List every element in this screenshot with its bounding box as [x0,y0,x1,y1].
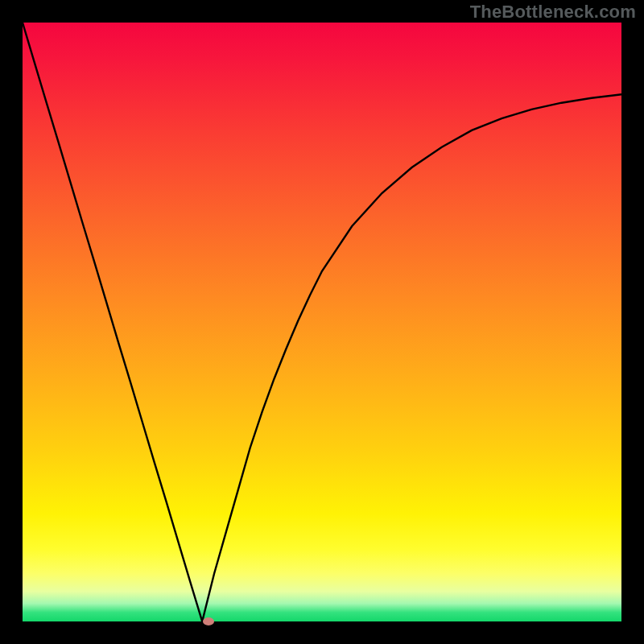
plot-area [23,23,621,621]
watermark-text: TheBottleneck.com [470,2,636,23]
chart-frame: TheBottleneck.com [0,0,644,644]
curve-svg [23,23,621,621]
vertex-marker [203,617,214,625]
bottleneck-curve [23,23,621,621]
